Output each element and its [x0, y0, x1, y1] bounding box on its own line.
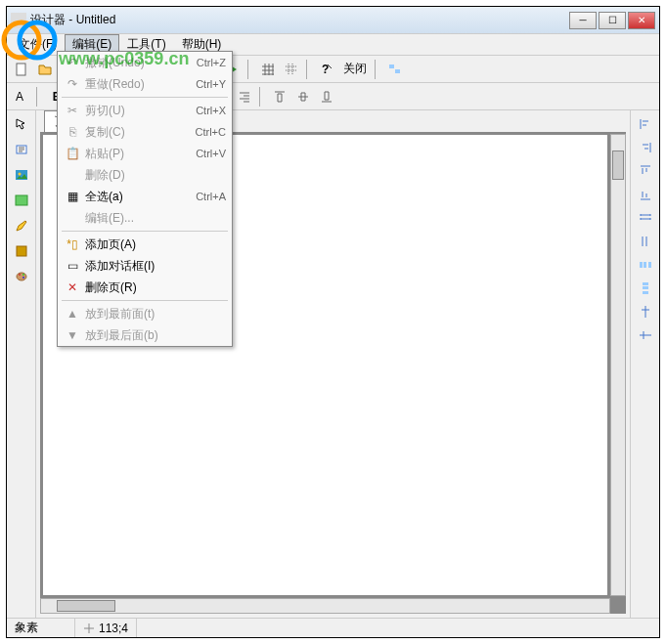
svg-point-21 — [19, 274, 21, 276]
centerv-icon[interactable] — [636, 325, 655, 345]
align-palette — [630, 110, 659, 618]
sameh-icon[interactable] — [636, 232, 655, 251]
svg-rect-29 — [643, 291, 648, 294]
tool-palette — [7, 110, 36, 618]
picture-icon[interactable] — [12, 191, 31, 210]
menu-redo[interactable]: ↷重做(Redo)Ctrl+Y — [58, 73, 232, 95]
menu-bringfront[interactable]: ▲放到最前面(t) — [58, 303, 232, 324]
menu-delpage[interactable]: ✕删除页(R) — [58, 277, 232, 298]
close-button[interactable]: ✕ — [628, 12, 655, 29]
valign-mid-icon[interactable] — [292, 86, 314, 107]
edit-menu-dropdown: ↶撤销(Undo)Ctrl+Z ↷重做(Redo)Ctrl+Y ✂剪切(U)Ct… — [57, 51, 233, 347]
svg-rect-24 — [640, 262, 643, 268]
image-icon[interactable] — [12, 165, 31, 185]
help-icon[interactable]: ? — [316, 59, 337, 80]
minimize-button[interactable]: ─ — [569, 12, 597, 29]
app-icon — [11, 13, 26, 28]
menu-paste[interactable]: 📋粘贴(P)Ctrl+V — [58, 143, 232, 164]
menu-editt[interactable]: 编辑(E)... — [58, 207, 232, 229]
spacev-icon[interactable] — [636, 279, 655, 298]
menu-copy[interactable]: ⎘复制(C)Ctrl+C — [58, 121, 232, 143]
tab-order-icon[interactable] — [384, 59, 406, 80]
svg-rect-2 — [17, 64, 25, 75]
new-icon[interactable] — [11, 59, 32, 80]
valign-bot-icon[interactable] — [316, 86, 337, 107]
snap-icon[interactable] — [281, 59, 302, 80]
menu-cut[interactable]: ✂剪切(U)Ctrl+X — [58, 100, 232, 121]
menu-adddialog[interactable]: ▭添加对话框(I) — [58, 255, 232, 277]
svg-rect-12 — [389, 64, 394, 68]
align-right-icon[interactable] — [234, 86, 255, 107]
svg-rect-25 — [644, 262, 646, 268]
svg-rect-18 — [16, 195, 27, 205]
ole-icon[interactable] — [12, 241, 31, 261]
grid-icon[interactable] — [257, 59, 279, 80]
close-label[interactable]: 关闭 — [339, 61, 371, 77]
samew-icon[interactable] — [636, 208, 655, 228]
svg-rect-19 — [17, 246, 26, 256]
svg-rect-28 — [643, 286, 648, 289]
open-icon[interactable] — [34, 59, 56, 80]
pen-icon[interactable] — [12, 216, 31, 236]
align-t-icon[interactable] — [636, 161, 655, 181]
font-icon[interactable]: A — [11, 86, 32, 107]
menu-sendback[interactable]: ▼放到最后面(b) — [58, 324, 232, 346]
svg-rect-27 — [643, 282, 648, 285]
status-bar: 象素 113;4 — [7, 618, 659, 637]
status-coord: 113;4 — [75, 619, 137, 637]
menu-delete[interactable]: 删除(D) — [58, 164, 232, 186]
pointer-icon[interactable] — [12, 114, 31, 134]
paste-icon: 📋 — [64, 147, 81, 160]
spaceh-icon[interactable] — [636, 255, 655, 275]
cut-icon: ✂ — [64, 104, 81, 117]
svg-point-23 — [22, 277, 24, 279]
status-unit: 象素 — [7, 619, 75, 637]
svg-point-17 — [18, 173, 21, 176]
align-b-icon[interactable] — [636, 185, 655, 204]
copy-icon: ⎘ — [64, 125, 81, 139]
horizontal-scrollbar[interactable] — [40, 598, 610, 614]
valign-top-icon[interactable] — [269, 86, 290, 107]
svg-text:A: A — [16, 90, 23, 104]
window-title: 设计器 - Untitled — [30, 12, 569, 28]
text-icon[interactable] — [12, 140, 31, 159]
menu-addpage[interactable]: *▯添加页(A) — [58, 234, 232, 255]
palette-icon[interactable] — [12, 267, 31, 286]
svg-rect-26 — [648, 262, 651, 268]
selectall-icon: ▦ — [64, 190, 81, 203]
svg-rect-13 — [395, 69, 400, 73]
menu-selectall[interactable]: ▦全选(a)Ctrl+A — [58, 186, 232, 207]
vertical-scrollbar[interactable] — [610, 134, 626, 596]
menu-undo[interactable]: ↶撤销(Undo)Ctrl+Z — [58, 52, 232, 73]
title-bar: 设计器 - Untitled ─ ☐ ✕ — [7, 7, 659, 34]
centerh-icon[interactable] — [636, 302, 655, 322]
align-r-icon[interactable] — [636, 138, 655, 157]
svg-point-20 — [17, 273, 26, 280]
svg-point-22 — [22, 274, 24, 276]
align-l-icon[interactable] — [636, 114, 655, 134]
maximize-button[interactable]: ☐ — [599, 12, 626, 29]
